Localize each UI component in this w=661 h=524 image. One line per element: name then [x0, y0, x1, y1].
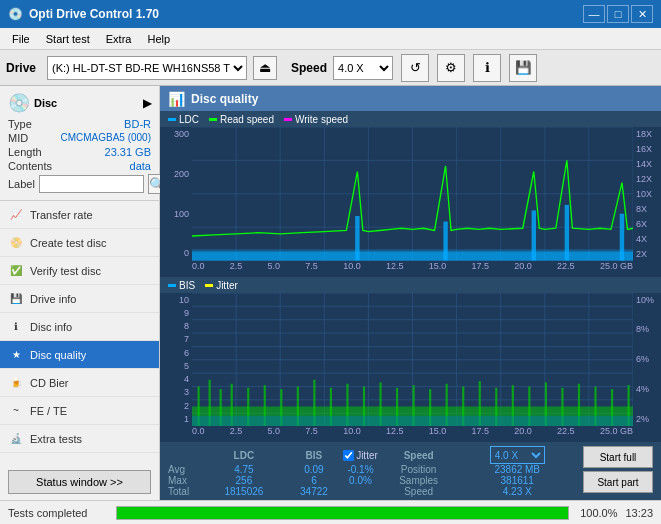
chart2-area: 10 9 8 7 6 5 4 3 2 1 10% 8% 6%: [160, 293, 661, 443]
sidebar-item-fe-te[interactable]: ~ FE / TE: [0, 397, 159, 425]
speed-select[interactable]: 4.0 X: [333, 56, 393, 80]
progress-percent: 100.0%: [577, 507, 617, 519]
sidebar-label-disc-info: Disc info: [30, 321, 72, 333]
sidebar-label-drive-info: Drive info: [30, 293, 76, 305]
legend-jitter: Jitter: [205, 280, 238, 291]
settings-button[interactable]: ⚙: [437, 54, 465, 82]
sidebar-item-create-test-disc[interactable]: 📀 Create test disc: [0, 229, 159, 257]
y2-9: 9: [160, 308, 192, 318]
avg-ldc: 4.75: [203, 464, 285, 475]
titlebar-controls: — □ ✕: [583, 5, 653, 23]
menu-file[interactable]: File: [4, 31, 38, 47]
sidebar-item-drive-info[interactable]: 💾 Drive info: [0, 285, 159, 313]
disc-contents-value: data: [130, 160, 151, 172]
x1-2_5: 2.5: [230, 261, 243, 277]
yr1-6x: 6X: [633, 219, 661, 229]
status-window-button[interactable]: Status window >>: [8, 470, 151, 494]
sidebar-label-disc-quality: Disc quality: [30, 349, 86, 361]
max-jitter: 0.0%: [343, 475, 378, 486]
main-layout: 💿 Disc ▶ Type BD-R MID CMCMAGBA5 (000) L…: [0, 86, 661, 500]
x1-0: 0.0: [192, 261, 205, 277]
close-button[interactable]: ✕: [631, 5, 653, 23]
start-full-button[interactable]: Start full: [583, 446, 653, 468]
maximize-button[interactable]: □: [607, 5, 629, 23]
ldc-dot: [168, 118, 176, 121]
disc-panel: 💿 Disc ▶ Type BD-R MID CMCMAGBA5 (000) L…: [0, 86, 159, 201]
chart1-area: 300 200 100 0 18X 16X 14X 12X 10X 8X 6X …: [160, 127, 661, 277]
menu-start-test[interactable]: Start test: [38, 31, 98, 47]
chart2-svg: [192, 293, 633, 427]
avg-bis: 0.09: [285, 464, 343, 475]
speed-value-stat: 4.23 X: [460, 486, 576, 497]
y1-0: 0: [160, 248, 192, 258]
legend-read: Read speed: [209, 114, 274, 125]
menu-help[interactable]: Help: [139, 31, 178, 47]
disc-mid-label: MID: [8, 132, 28, 144]
samples-label: Samples: [378, 475, 460, 486]
drive-select[interactable]: (K:) HL-DT-ST BD-RE WH16NS58 TST4: [47, 56, 247, 80]
refresh-button[interactable]: ↺: [401, 54, 429, 82]
y2-2: 2: [160, 401, 192, 411]
info-button[interactable]: ℹ: [473, 54, 501, 82]
x1-12_5: 12.5: [386, 261, 404, 277]
progress-bar-fill: [117, 507, 568, 519]
y1-200: 200: [160, 169, 192, 179]
disc-icon: 💿: [8, 92, 30, 114]
x1-20: 20.0: [514, 261, 532, 277]
disc-mid-row: MID CMCMAGBA5 (000): [8, 132, 151, 144]
jitter-label: Jitter: [216, 280, 238, 291]
x2-12_5: 12.5: [386, 426, 404, 442]
disc-quality-icon: ★: [8, 347, 24, 363]
disc-eject-icon[interactable]: ▶: [143, 97, 151, 110]
chart1-legend: LDC Read speed Write speed: [160, 112, 661, 127]
start-part-button[interactable]: Start part: [583, 471, 653, 493]
jitter-checkbox-label: Jitter: [356, 450, 378, 461]
max-bis: 6: [285, 475, 343, 486]
disc-title: Disc: [34, 97, 57, 109]
chart1-x-axis: 0.0 2.5 5.0 7.5 10.0 12.5 15.0 17.5 20.0…: [192, 261, 633, 277]
disc-mid-value: CMCMAGBA5 (000): [60, 132, 151, 144]
sidebar-item-verify-test-disc[interactable]: ✅ Verify test disc: [0, 257, 159, 285]
chart1-y-axis-left: 300 200 100 0: [160, 127, 192, 261]
disc-label-input[interactable]: [39, 175, 144, 193]
minimize-button[interactable]: —: [583, 5, 605, 23]
chart2-y-axis-left: 10 9 8 7 6 5 4 3 2 1: [160, 293, 192, 427]
disc-length-value: 23.31 GB: [105, 146, 151, 158]
disc-quality-header: 📊 Disc quality: [160, 86, 661, 112]
sidebar-label-transfer-rate: Transfer rate: [30, 209, 93, 221]
x2-22_5: 22.5: [557, 426, 575, 442]
progress-area: Tests completed 100.0% 13:23: [0, 500, 661, 524]
disc-quality-title: Disc quality: [191, 92, 258, 106]
col-spacer: Jitter: [343, 446, 378, 464]
disc-length-row: Length 23.31 GB: [8, 146, 151, 158]
yr1-18x: 18X: [633, 129, 661, 139]
sidebar-item-extra-tests[interactable]: 🔬 Extra tests: [0, 425, 159, 453]
eject-button[interactable]: ⏏: [253, 56, 277, 80]
yr1-8x: 8X: [633, 204, 661, 214]
chart2-legend: BIS Jitter: [160, 278, 661, 293]
legend-ldc: LDC: [168, 114, 199, 125]
yr1-4x: 4X: [633, 234, 661, 244]
save-button[interactable]: 💾: [509, 54, 537, 82]
sidebar-item-disc-quality[interactable]: ★ Disc quality: [0, 341, 159, 369]
fe-te-icon: ~: [8, 403, 24, 419]
chart2-x-axis: 0.0 2.5 5.0 7.5 10.0 12.5 15.0 17.5 20.0…: [192, 426, 633, 442]
avg-label: Avg: [168, 464, 203, 475]
titlebar-left: 💿 Opti Drive Control 1.70: [8, 7, 159, 21]
quality-speed-select[interactable]: 4.0 X: [490, 446, 545, 464]
stats-header-row: LDC BIS Jitter Speed: [168, 446, 575, 464]
menu-extra[interactable]: Extra: [98, 31, 140, 47]
disc-label-row: Label 🔍: [8, 174, 151, 194]
sidebar-item-cd-bier[interactable]: 🍺 CD Bier: [0, 369, 159, 397]
progress-time: 13:23: [625, 507, 653, 519]
sidebar-label-create-test-disc: Create test disc: [30, 237, 106, 249]
total-ldc: 1815026: [203, 486, 285, 497]
sidebar-item-disc-info[interactable]: ℹ Disc info: [0, 313, 159, 341]
jitter-checkbox[interactable]: [343, 450, 354, 461]
yr1-16x: 16X: [633, 144, 661, 154]
max-label: Max: [168, 475, 203, 486]
extra-tests-icon: 🔬: [8, 431, 24, 447]
drivebar: Drive (K:) HL-DT-ST BD-RE WH16NS58 TST4 …: [0, 50, 661, 86]
yr2-8pct: 8%: [633, 324, 661, 334]
sidebar-item-transfer-rate[interactable]: 📈 Transfer rate: [0, 201, 159, 229]
